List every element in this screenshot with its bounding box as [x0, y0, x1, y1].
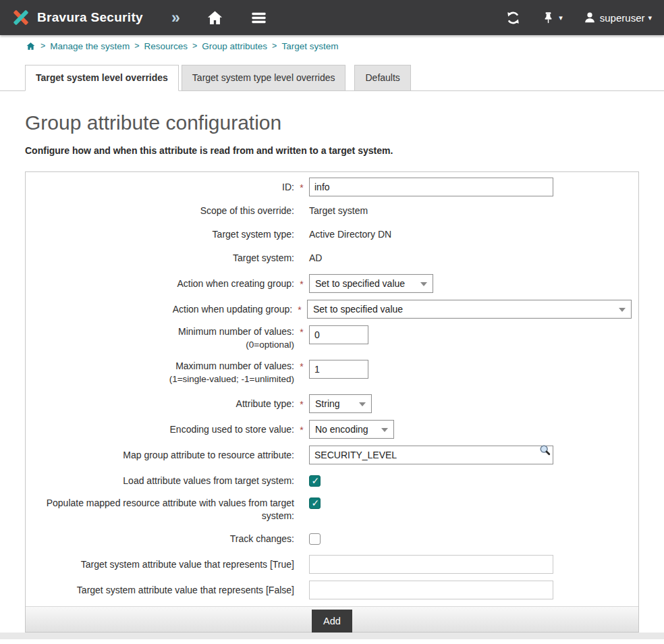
user-icon — [583, 11, 597, 24]
field-label: Maximum number of values: (1=single-valu… — [32, 360, 294, 385]
breadcrumb: > Manage the system > Resources > Group … — [0, 35, 664, 57]
breadcrumb-separator: > — [40, 41, 45, 51]
target-system-value: AD — [309, 252, 322, 263]
required-asterisk — [294, 257, 309, 259]
breadcrumb-link-group-attributes[interactable]: Group attributes — [202, 41, 267, 51]
field-sublabel: (0=optional) — [32, 338, 294, 351]
username: superuser — [600, 12, 645, 24]
scope-value: Target system — [309, 205, 368, 216]
refresh-icon[interactable] — [505, 10, 521, 26]
breadcrumb-separator: > — [134, 41, 139, 51]
field-label: Minimum number of values: (0=optional) — [32, 325, 294, 351]
field-label: Populate mapped resource attribute with … — [32, 497, 294, 522]
user-menu[interactable]: superuser ▾ — [583, 11, 652, 24]
search-icon[interactable] — [538, 444, 551, 459]
form-row-min-values: Minimum number of values: (0=optional) * — [32, 325, 632, 351]
field-sublabel: (1=single-valued; -1=unlimited) — [32, 373, 294, 385]
form-row-id: ID: * — [32, 178, 632, 196]
required-asterisk: * — [294, 277, 309, 290]
breadcrumb-link-resources[interactable]: Resources — [144, 41, 188, 51]
caret-down-icon: ▾ — [648, 14, 652, 22]
required-asterisk — [294, 589, 309, 591]
brand-name: Bravura Security — [37, 10, 143, 25]
id-input[interactable] — [309, 178, 553, 196]
chevron-down-icon — [359, 402, 366, 406]
pin-menu[interactable]: ▾ — [541, 11, 563, 25]
add-button[interactable]: Add — [312, 610, 352, 633]
caret-down-icon: ▾ — [559, 14, 563, 22]
form-row-action-creating: Action when creating group: * Set to spe… — [32, 274, 632, 293]
attribute-type-select[interactable]: String — [309, 394, 372, 413]
required-asterisk — [294, 210, 309, 211]
field-label: ID: — [32, 181, 294, 194]
field-label: Action when updating group: — [32, 303, 292, 316]
field-label: Target system attribute value that repre… — [32, 584, 294, 597]
panel-footer: Add — [26, 606, 638, 632]
field-label: Action when creating group: — [32, 277, 294, 290]
pin-icon — [541, 11, 555, 25]
tab-target-system-level-overrides[interactable]: Target system level overrides — [25, 65, 179, 91]
target-system-type-value: Active Directory DN — [309, 229, 391, 240]
field-label: Scope of this override: — [32, 205, 294, 217]
select-value: Set to specified value — [313, 304, 403, 315]
select-value: No encoding — [315, 424, 368, 435]
field-label: Track changes: — [32, 533, 294, 545]
form-row-load-values: Load attribute values from target system… — [32, 471, 632, 490]
action-when-creating-group-select[interactable]: Set to specified value — [309, 274, 433, 293]
max-values-input[interactable] — [309, 360, 368, 379]
required-asterisk: * — [294, 181, 309, 193]
populate-mapped-attribute-checkbox[interactable] — [309, 498, 321, 509]
select-value: Set to specified value — [315, 278, 405, 289]
tab-target-system-type-level-overrides[interactable]: Target system type level overrides — [182, 65, 346, 91]
form-row-target-system: Target system: AD — [32, 250, 632, 265]
brand[interactable]: Bravura Security — [11, 7, 143, 28]
breadcrumb-link-target-system[interactable]: Target system — [281, 41, 338, 51]
form-row-scope: Scope of this override: Target system — [32, 203, 632, 218]
form-row-map-attribute: Map group attribute to resource attribut… — [32, 446, 632, 464]
true-value-input[interactable] — [309, 555, 553, 574]
required-asterisk: * — [294, 398, 309, 410]
required-asterisk: * — [294, 360, 309, 372]
tab-defaults[interactable]: Defaults — [354, 65, 410, 91]
menu-icon[interactable] — [250, 9, 268, 27]
tab-bar: Target system level overrides Target sys… — [0, 57, 664, 91]
form-row-target-system-type: Target system type: Active Directory DN — [32, 227, 632, 242]
form-row-max-values: Maximum number of values: (1=single-valu… — [32, 360, 632, 385]
required-asterisk — [294, 497, 309, 498]
false-value-input[interactable] — [309, 581, 553, 599]
required-asterisk — [294, 538, 309, 539]
breadcrumb-separator: > — [192, 41, 197, 51]
select-value: String — [315, 398, 340, 409]
page-subtitle: Configure how and when this attribute is… — [25, 145, 664, 156]
breadcrumb-home-icon[interactable] — [26, 41, 36, 51]
map-attribute-input[interactable] — [309, 446, 553, 464]
required-asterisk — [294, 234, 309, 235]
action-when-updating-group-select[interactable]: Set to specified value — [307, 300, 632, 319]
chevron-down-icon — [619, 308, 626, 312]
form-row-populate-mapped: Populate mapped resource attribute with … — [32, 497, 632, 522]
encoding-select[interactable]: No encoding — [309, 420, 394, 439]
load-attribute-values-checkbox[interactable] — [309, 475, 321, 487]
home-icon[interactable] — [206, 9, 224, 27]
chevron-down-icon — [420, 282, 427, 286]
required-asterisk: * — [294, 423, 309, 435]
chevron-down-icon — [381, 428, 388, 432]
form-row-false-value: Target system attribute value that repre… — [32, 581, 632, 599]
min-values-input[interactable] — [309, 325, 368, 344]
track-changes-checkbox[interactable] — [309, 533, 321, 545]
attribute-config-panel: ID: * Scope of this override: Target sys… — [25, 171, 639, 633]
required-asterisk — [294, 480, 309, 481]
required-asterisk — [294, 454, 309, 456]
collapse-sidebar-icon[interactable]: » — [171, 10, 180, 26]
form-row-track-changes: Track changes: — [32, 529, 632, 548]
required-asterisk: * — [294, 325, 309, 338]
form-row-encoding: Encoding used to store value: * No encod… — [32, 420, 632, 439]
breadcrumb-link-manage-the-system[interactable]: Manage the system — [50, 41, 130, 51]
field-label: Target system: — [32, 252, 294, 265]
field-label: Map group attribute to resource attribut… — [32, 449, 294, 462]
field-label: Target system type: — [32, 228, 294, 241]
field-label: Attribute type: — [32, 398, 294, 410]
bravura-logo-icon — [11, 7, 31, 28]
field-label: Encoding used to store value: — [32, 423, 294, 436]
form-row-true-value: Target system attribute value that repre… — [32, 555, 632, 574]
